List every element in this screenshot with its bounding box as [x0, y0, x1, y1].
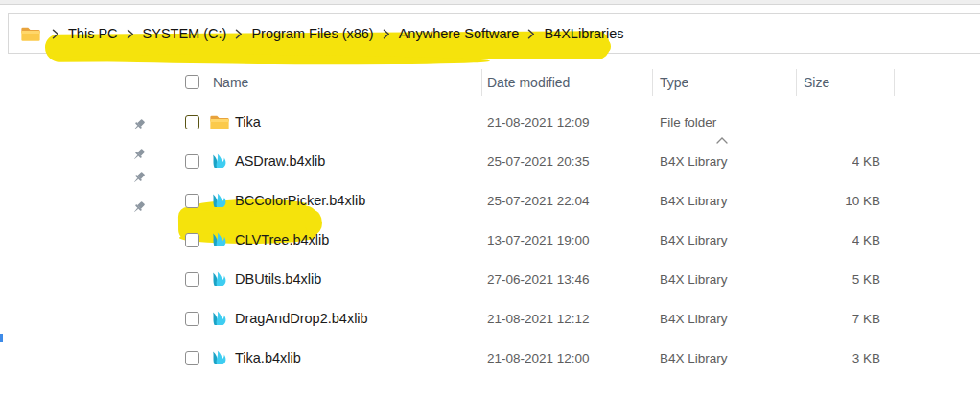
address-bar[interactable]: This PC SYSTEM (C:) Program Files (x86) …: [8, 13, 980, 54]
file-date-modified: 13-07-2021 19:00: [487, 233, 590, 247]
breadcrumb: This PC SYSTEM (C:) Program Files (x86) …: [9, 14, 623, 53]
breadcrumb-item[interactable]: Anywhere Software: [399, 26, 520, 41]
file-row[interactable]: DBUtils.b4xlib 27-06-2021 13:46 B4X Libr…: [0, 260, 980, 299]
row-checkbox[interactable]: [185, 272, 199, 287]
file-size: 7 KB: [775, 312, 880, 326]
file-icon-slot: [209, 348, 230, 367]
file-icon-slot: [209, 112, 230, 131]
file-date-modified: 25-07-2021 22:04: [487, 194, 590, 208]
file-type: B4X Library: [660, 233, 728, 247]
file-name: Tika: [235, 114, 261, 129]
row-checkbox[interactable]: [185, 312, 199, 326]
file-name: DBUtils.b4xlib: [235, 271, 321, 287]
file-icon-slot: [209, 309, 230, 328]
file-row[interactable]: CLVTree.b4xlib 13-07-2021 19:00 B4X Libr…: [0, 221, 980, 260]
file-type: B4X Library: [660, 272, 728, 287]
breadcrumb-chevron-icon[interactable]: [52, 29, 59, 39]
file-type: B4X Library: [660, 312, 728, 326]
file-type: B4X Library: [660, 351, 728, 365]
chevron-right-icon: [127, 29, 134, 39]
file-row[interactable]: Tika.b4xlib 21-08-2021 12:00 B4X Library…: [0, 339, 980, 378]
file-size: 10 KB: [775, 194, 880, 208]
file-date-modified: 21-08-2021 12:12: [487, 312, 590, 326]
row-checkbox[interactable]: [185, 115, 199, 129]
file-icon-slot: [209, 269, 230, 289]
file-type: B4X Library: [660, 154, 728, 169]
b4x-library-icon: [210, 152, 229, 171]
select-all-checkbox[interactable]: [185, 75, 199, 89]
column-header-row: Name Date modified Type Size: [0, 67, 980, 98]
folder-icon: [20, 25, 41, 43]
file-type: B4X Library: [660, 194, 728, 208]
address-folder-icon-slot: [20, 25, 41, 43]
breadcrumb-chevron-icon[interactable]: [127, 29, 134, 39]
file-size: 4 KB: [775, 154, 880, 169]
file-row[interactable]: BCColorPicker.b4xlib 25-07-2021 22:04 B4…: [0, 181, 980, 221]
row-checkbox[interactable]: [185, 233, 199, 247]
breadcrumb-chevron-icon[interactable]: [383, 29, 390, 39]
file-explorer-window: This PC SYSTEM (C:) Program Files (x86) …: [0, 0, 980, 398]
chevron-right-icon: [383, 29, 390, 39]
file-name: BCColorPicker.b4xlib: [235, 193, 365, 208]
b4x-library-icon: [210, 191, 229, 210]
file-size: 4 KB: [775, 233, 880, 247]
breadcrumb-item[interactable]: This PC: [68, 26, 118, 41]
file-size: 3 KB: [775, 351, 880, 365]
b4x-library-icon: [210, 230, 229, 249]
folder-icon: [209, 113, 230, 131]
column-header-type[interactable]: Type: [660, 75, 688, 90]
b4x-library-icon: [210, 309, 229, 328]
file-date-modified: 21-08-2021 12:00: [487, 351, 590, 365]
row-checkbox[interactable]: [185, 194, 199, 208]
column-header-date-modified[interactable]: Date modified: [487, 75, 570, 90]
breadcrumb-item[interactable]: SYSTEM (C:): [143, 26, 227, 41]
file-size: 5 KB: [775, 272, 880, 287]
file-name: CLVTree.b4xlib: [235, 232, 329, 247]
file-date-modified: 21-08-2021 12:09: [487, 115, 590, 129]
b4x-library-icon: [210, 269, 229, 289]
edge-artifact: [0, 334, 3, 342]
file-type: File folder: [660, 115, 716, 129]
breadcrumb-chevron-icon[interactable]: [527, 29, 535, 39]
file-row[interactable]: ASDraw.b4xlib 25-07-2021 20:35 B4X Libra…: [0, 142, 980, 181]
breadcrumb-item[interactable]: Program Files (x86): [251, 26, 373, 41]
row-checkbox[interactable]: [185, 154, 199, 169]
file-row[interactable]: Tika 21-08-2021 12:09 File folder: [0, 103, 980, 142]
window-top-strip: [0, 0, 980, 5]
column-header-name[interactable]: Name: [213, 75, 248, 90]
file-name: Tika.b4xlib: [235, 350, 301, 365]
file-date-modified: 27-06-2021 13:46: [487, 272, 590, 287]
breadcrumb-item[interactable]: B4XLibraries: [544, 26, 623, 41]
file-name: DragAndDrop2.b4xlib: [235, 311, 368, 326]
file-date-modified: 25-07-2021 20:35: [487, 154, 590, 169]
b4x-library-icon: [210, 348, 229, 367]
file-name: ASDraw.b4xlib: [235, 153, 325, 169]
breadcrumb-chevron-icon[interactable]: [235, 29, 243, 39]
chevron-right-icon: [527, 29, 535, 39]
file-icon-slot: [209, 191, 230, 210]
file-icon-slot: [209, 230, 230, 249]
chevron-right-icon: [52, 29, 59, 39]
chevron-right-icon: [235, 29, 243, 39]
row-checkbox[interactable]: [185, 351, 199, 365]
column-header-size[interactable]: Size: [804, 75, 829, 90]
file-row[interactable]: DragAndDrop2.b4xlib 21-08-2021 12:12 B4X…: [0, 299, 980, 339]
file-icon-slot: [209, 152, 230, 171]
